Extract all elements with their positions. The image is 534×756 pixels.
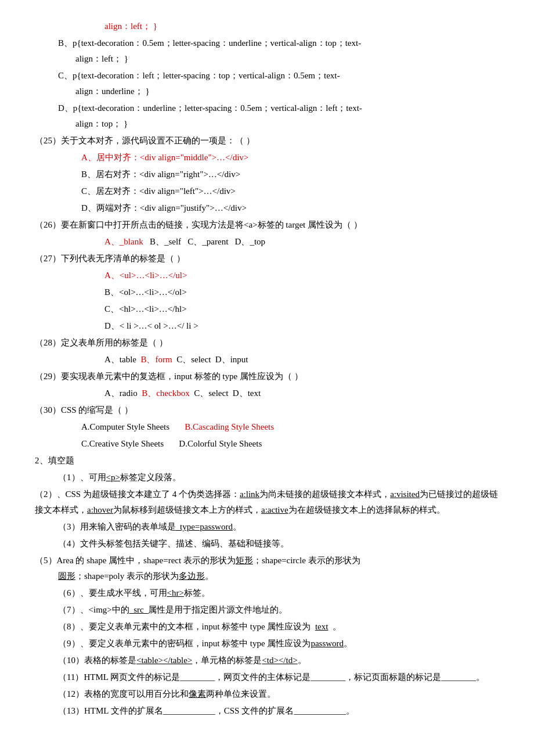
- q25-b: B、居右对齐：<div align="right">…</div>: [81, 167, 499, 182]
- q30-label: （30）CSS 的缩写是（ ）: [35, 402, 499, 418]
- q25-d: D、两端对齐：<div align="justify">…</div>: [81, 200, 499, 216]
- q28-b-answer: B、form: [140, 355, 172, 364]
- q25-a: A、居中对齐：<div align="middle">…</div>: [81, 150, 499, 165]
- q29-label: （29）要实现表单元素中的复选框，input 标签的 type 属性应设为（ ）: [35, 369, 499, 384]
- fill6-blank: <hr>: [167, 588, 184, 597]
- q30-a: A.Computer Style Sheets: [81, 422, 169, 431]
- fill10-b2: <td></td>: [262, 656, 297, 665]
- fill6: （6）、要生成水平线，可用<hr>标签。: [58, 585, 499, 601]
- fill2-a3: a:hover: [87, 505, 113, 514]
- q24-c: C、p{text-decoration：left；letter-spacing：…: [58, 68, 499, 99]
- fill8-blank: text: [315, 622, 329, 631]
- fill10-b1: <table></table>: [136, 656, 192, 665]
- fill1-blank: <p>: [106, 473, 120, 482]
- fill2: （2）、CSS 为超级链接文本建立了 4 个伪类选择器：a:link为尚未链接的…: [35, 487, 499, 518]
- fill5-b1: 矩形: [236, 556, 253, 565]
- fill4: （4）文件头标签包括关键字、描述、编码、基础和链接等。: [58, 536, 499, 552]
- fill12: （12）表格的宽度可以用百分比和像素两种单位来设置。: [58, 686, 499, 702]
- q24-d: D、p{text-decoration：underline；letter-spa…: [58, 100, 499, 132]
- fill9-blank: password: [311, 639, 344, 648]
- q26-label: （26）要在新窗口中打开所点击的链接，实现方法是将<a>标签的 target 属…: [35, 217, 499, 233]
- q27-d: D、< li >…< ol >…</ li >: [104, 318, 499, 334]
- fill3-blank: _type=password: [176, 522, 233, 531]
- q30-c: C.Creative Style Sheets: [81, 439, 164, 448]
- q25-c: C、居左对齐：<div align="left">…</div>: [81, 183, 499, 199]
- fill2-a4: a:active: [261, 505, 288, 514]
- q27-c: C、<hl>…<li>…</hl>: [104, 301, 499, 317]
- q29-b-answer: B、checkbox: [142, 388, 190, 398]
- q26-c: C、_parent: [187, 237, 228, 246]
- q26-a: A、_blank: [104, 237, 143, 246]
- q30-b: B.Cascading Style Sheets: [185, 422, 274, 431]
- q25-label: （25）关于文本对齐，源代码设置不正确的一项是：（ ）: [35, 133, 499, 149]
- fill3: （3）用来输入密码的表单域是_type=password。: [58, 519, 499, 535]
- fill11: （11）HTML 网页文件的标记是________，网页文件的主体标记是____…: [58, 669, 499, 685]
- fill7: （7）、<img>中的_src_属性是用于指定图片源文件地址的。: [58, 602, 499, 618]
- q27-label: （27）下列代表无序清单的标签是（ ）: [35, 251, 499, 267]
- fill13: （13）HTML 文件的扩展名____________，CSS 文件的扩展名__…: [58, 703, 499, 719]
- q29-options: A、radio B、checkbox C、select D、text: [104, 386, 499, 401]
- main-content: align：left； } B、p{text-decoration：0.5em；…: [35, 19, 499, 719]
- q28-options: A、table B、form C、select D、input: [104, 352, 499, 368]
- fill5: （5）Area 的 shape 属性中，shape=rect 表示的形状为矩形；…: [35, 553, 499, 584]
- fill7-blank: _src_: [129, 605, 149, 614]
- fill1: （1）、可用<p>标签定义段落。: [58, 470, 499, 485]
- fill2-start: （2）、CSS 为超级链接文本建立了 4 个伪类选择器：: [35, 489, 240, 499]
- fill9: （9）、要定义表单元素中的密码框，input 标签中 type 属性应设为pas…: [58, 636, 499, 651]
- fill5-b2: 圆形: [58, 571, 75, 581]
- q24-b: B、p{text-decoration：0.5em；letter-spacing…: [58, 35, 499, 67]
- q28-label: （28）定义表单所用的标签是（ ）: [35, 335, 499, 351]
- q30-options2: C.Creative Style Sheets D.Colorful Style…: [81, 436, 499, 452]
- q27-a: A、<ul>…<li>…</ul>: [104, 268, 499, 283]
- q26-b: B、_self: [150, 237, 181, 246]
- fill8: （8）、要定义表单元素中的文本框，input 标签中 type 属性应设为 te…: [58, 619, 499, 635]
- q27-b: B、<ol>…<li>…</ol>: [104, 285, 499, 300]
- q24-answer: align：left； }: [104, 19, 499, 34]
- fill2-a1: a:link: [240, 489, 259, 499]
- q26-d: D、_top: [235, 237, 266, 246]
- fill5-b3: 多边形: [179, 571, 205, 581]
- q30-d: D.Colorful Style Sheets: [179, 439, 262, 448]
- fill12-blank: 像素: [189, 689, 206, 699]
- section2-title: 2、填空题: [35, 453, 499, 469]
- fill10: （10）表格的标签是<table></table>，单元格的标签是<td></t…: [58, 653, 499, 668]
- q26-options: A、_blank B、_self C、_parent D、_top: [104, 234, 499, 250]
- fill2-a2: a:visited: [390, 489, 420, 499]
- q30-options: A.Computer Style Sheets B.Cascading Styl…: [81, 419, 499, 435]
